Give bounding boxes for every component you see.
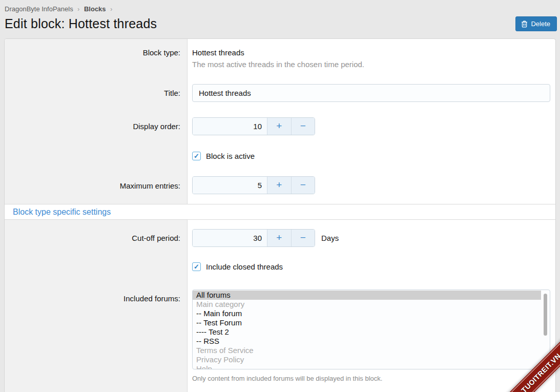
forum-option[interactable]: Privacy Policy <box>193 355 541 364</box>
forum-option[interactable]: -- Test Forum <box>193 318 541 327</box>
block-type-value: Hottest threads <box>192 48 550 57</box>
forum-option[interactable]: Terms of Service <box>193 346 541 355</box>
included-forums-label: Included forums: <box>5 283 188 392</box>
maximum-entries-decrement-button[interactable]: − <box>291 177 315 194</box>
forum-option[interactable]: -- Main forum <box>193 309 541 318</box>
cutoff-period-input[interactable] <box>193 230 267 246</box>
maximum-entries-increment-button[interactable]: + <box>267 177 291 194</box>
forum-option[interactable]: ---- Test 2 <box>193 327 541 337</box>
display-order-decrement-button[interactable]: − <box>291 118 315 135</box>
include-closed-spacer <box>5 256 188 283</box>
include-closed-label: Include closed threads <box>206 262 283 271</box>
breadcrumb-separator-icon: › <box>77 6 79 13</box>
page-title: Edit block: Hottest threads <box>5 16 157 31</box>
breadcrumb: DragonByte InfoPanels › Blocks › <box>5 5 557 13</box>
breadcrumb-separator-icon: › <box>110 6 112 13</box>
forum-option[interactable]: All forums <box>193 291 541 300</box>
maximum-entries-input[interactable] <box>193 177 267 194</box>
cutoff-period-label: Cut-off period: <box>5 220 188 256</box>
section-header-block-type-settings: Block type specific settings <box>5 204 555 220</box>
delete-button-label: Delete <box>531 20 550 28</box>
included-forums-row: Included forums: All forumsMain category… <box>5 283 555 392</box>
maximum-entries-row: Maximum entries: + − <box>5 171 555 204</box>
block-type-row: Block type: Hottest threads The most act… <box>5 39 555 80</box>
cutoff-period-decrement-button[interactable]: − <box>291 230 315 246</box>
maximum-entries-label: Maximum entries: <box>5 171 188 204</box>
edit-block-form: Block type: Hottest threads The most act… <box>4 38 556 392</box>
display-order-increment-button[interactable]: + <box>267 118 291 135</box>
block-active-checkbox-row[interactable]: ✓ Block is active <box>192 152 550 160</box>
checkbox-checked-icon[interactable]: ✓ <box>192 152 201 160</box>
display-order-label: Display order: <box>5 112 188 146</box>
page-header: DragonByte InfoPanels › Blocks › Edit bl… <box>0 0 560 38</box>
block-active-label: Block is active <box>206 152 255 160</box>
cutoff-period-unit: Days <box>321 234 339 242</box>
forum-option[interactable]: -- RSS <box>193 337 541 346</box>
breadcrumb-infopanels[interactable]: DragonByte InfoPanels <box>5 5 73 13</box>
included-forums-select[interactable]: All forumsMain category-- Main forum-- T… <box>192 290 550 369</box>
forum-option[interactable]: Main category <box>193 300 541 309</box>
display-order-row: Display order: + − <box>5 112 555 146</box>
checkbox-checked-icon[interactable]: ✓ <box>192 262 201 271</box>
included-forums-help: Only content from included forums will b… <box>192 375 550 382</box>
select-scrollbar-thumb[interactable] <box>544 294 547 336</box>
title-label: Title: <box>5 80 188 112</box>
block-type-description: The most active threads in the chosen ti… <box>192 60 550 69</box>
cutoff-period-row: Cut-off period: + − Days <box>5 220 555 256</box>
display-order-input[interactable] <box>193 118 267 135</box>
include-closed-checkbox-row[interactable]: ✓ Include closed threads <box>192 262 550 271</box>
delete-button[interactable]: Delete <box>515 16 557 31</box>
block-active-spacer <box>5 146 188 171</box>
breadcrumb-blocks[interactable]: Blocks <box>84 5 106 13</box>
block-type-label: Block type: <box>5 39 188 80</box>
title-input[interactable] <box>192 84 550 102</box>
include-closed-row: ✓ Include closed threads <box>5 256 555 283</box>
block-active-row: ✓ Block is active <box>5 146 555 171</box>
title-row: Title: <box>5 80 555 112</box>
forum-option[interactable]: Help <box>193 364 541 369</box>
trash-icon <box>521 20 528 28</box>
cutoff-period-increment-button[interactable]: + <box>267 230 291 246</box>
